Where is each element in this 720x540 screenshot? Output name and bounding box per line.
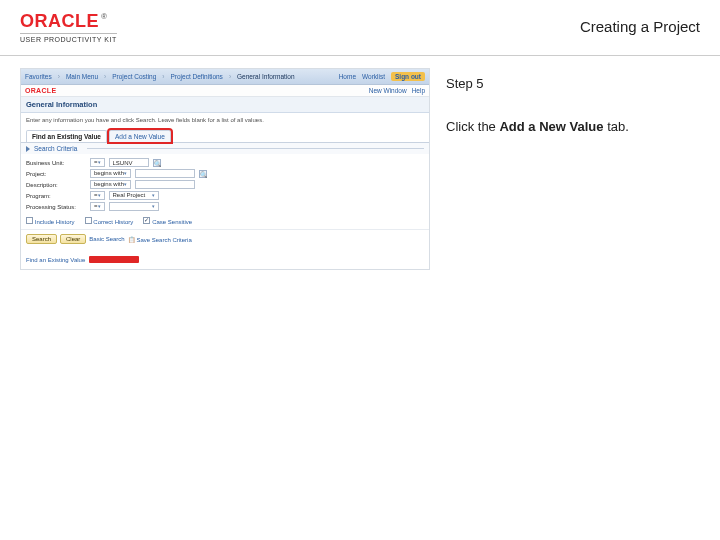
caret-down-icon: ▾ xyxy=(124,180,127,189)
checkbox-label: Include History xyxy=(35,219,75,225)
form-row: Business Unit: =▾ LSUNV 🔍 xyxy=(26,158,424,167)
project-input[interactable] xyxy=(135,169,195,178)
instruction-panel: Step 5 Click the Add a New Value tab. xyxy=(446,68,700,270)
search-criteria-toggle[interactable]: Search Criteria xyxy=(21,142,429,154)
app-screenshot: Favorites › Main Menu › Project Costing … xyxy=(20,68,430,270)
operator-select[interactable]: =▾ xyxy=(90,191,105,200)
field-label: Program: xyxy=(26,193,86,199)
caret-down-icon: ▾ xyxy=(98,202,101,211)
field-label: Description: xyxy=(26,182,86,188)
new-window-link[interactable]: New Window xyxy=(369,87,407,94)
operator-select[interactable]: begins with▾ xyxy=(90,169,131,178)
search-form: Business Unit: =▾ LSUNV 🔍 Project: begin… xyxy=(21,154,429,215)
caret-down-icon: ▾ xyxy=(152,191,155,200)
checkbox-row: Include History Correct History Case Sen… xyxy=(21,215,429,229)
field-label: Business Unit: xyxy=(26,160,86,166)
include-history-checkbox[interactable] xyxy=(26,217,33,224)
operator-select[interactable]: begins with▾ xyxy=(90,180,131,189)
checkbox-label: Case Sensitive xyxy=(152,219,192,225)
instruction-text: Click the Add a New Value tab. xyxy=(446,119,700,134)
case-sensitive-checkbox[interactable] xyxy=(143,217,150,224)
program-select[interactable]: Real Project▾ xyxy=(109,191,159,200)
checkbox-label: Correct History xyxy=(93,219,133,225)
lookup-icon[interactable]: 🔍 xyxy=(153,159,161,167)
step-label: Step 5 xyxy=(446,76,700,91)
brand-subtitle: USER PRODUCTIVITY KIT xyxy=(20,33,117,43)
oracle-logo: ORACLE xyxy=(20,11,99,31)
app-breadcrumb-bar: Favorites › Main Menu › Project Costing … xyxy=(21,69,429,85)
breadcrumb-item[interactable]: Favorites xyxy=(25,73,52,80)
home-link[interactable]: Home xyxy=(339,73,356,80)
breadcrumb-item[interactable]: Main Menu xyxy=(66,73,98,80)
oracle-mini-logo: ORACLE xyxy=(25,87,56,94)
form-row: Project: begins with▾ 🔍 xyxy=(26,169,424,178)
search-criteria-label: Search Criteria xyxy=(34,145,77,152)
trademark-icon: ® xyxy=(101,12,107,21)
helper-text: Enter any information you have and click… xyxy=(21,113,429,130)
lookup-icon[interactable]: 🔍 xyxy=(199,170,207,178)
form-row: Description: begins with▾ xyxy=(26,180,424,189)
caret-down-icon: ▾ xyxy=(98,158,101,167)
description-input[interactable] xyxy=(135,180,195,189)
tab-add-new-value[interactable]: Add a New Value xyxy=(109,130,171,142)
clear-button[interactable]: Clear xyxy=(60,234,86,244)
correct-history-checkbox[interactable] xyxy=(85,217,92,224)
triangle-right-icon xyxy=(26,146,30,152)
status-select[interactable]: ▾ xyxy=(109,202,159,211)
breadcrumb-item[interactable]: Project Definitions xyxy=(170,73,222,80)
chevron-right-icon: › xyxy=(162,73,164,80)
caret-down-icon: ▾ xyxy=(98,191,101,200)
page-title: Creating a Project xyxy=(580,18,700,35)
chevron-right-icon: › xyxy=(104,73,106,80)
operator-select[interactable]: =▾ xyxy=(90,202,105,211)
help-link[interactable]: Help xyxy=(412,87,425,94)
tab-bar: Find an Existing Value Add a New Value xyxy=(21,130,429,142)
chevron-right-icon: › xyxy=(58,73,60,80)
search-button[interactable]: Search xyxy=(26,234,57,244)
caret-down-icon: ▾ xyxy=(124,169,127,178)
save-criteria-link[interactable]: 📋 Save Search Criteria xyxy=(128,236,192,243)
section-header: General Information xyxy=(21,97,429,113)
add-new-value-chip[interactable] xyxy=(89,256,139,263)
caret-down-icon: ▾ xyxy=(152,202,155,211)
operator-select[interactable]: =▾ xyxy=(90,158,105,167)
form-row: Processing Status: =▾ ▾ xyxy=(26,202,424,211)
basic-search-link[interactable]: Basic Search xyxy=(89,236,124,242)
worklist-link[interactable]: Worklist xyxy=(362,73,385,80)
field-label: Project: xyxy=(26,171,86,177)
find-existing-link[interactable]: Find an Existing Value xyxy=(26,257,85,263)
breadcrumb-item[interactable]: Project Costing xyxy=(112,73,156,80)
breadcrumb-current: General Information xyxy=(237,73,294,80)
chevron-right-icon: › xyxy=(229,73,231,80)
signout-button[interactable]: Sign out xyxy=(391,72,425,81)
brand-block: ORACLE® USER PRODUCTIVITY KIT xyxy=(20,12,117,43)
field-label: Processing Status: xyxy=(26,204,86,210)
business-unit-input[interactable]: LSUNV xyxy=(109,158,149,167)
tab-find-existing[interactable]: Find an Existing Value xyxy=(26,130,107,142)
form-row: Program: =▾ Real Project▾ xyxy=(26,191,424,200)
